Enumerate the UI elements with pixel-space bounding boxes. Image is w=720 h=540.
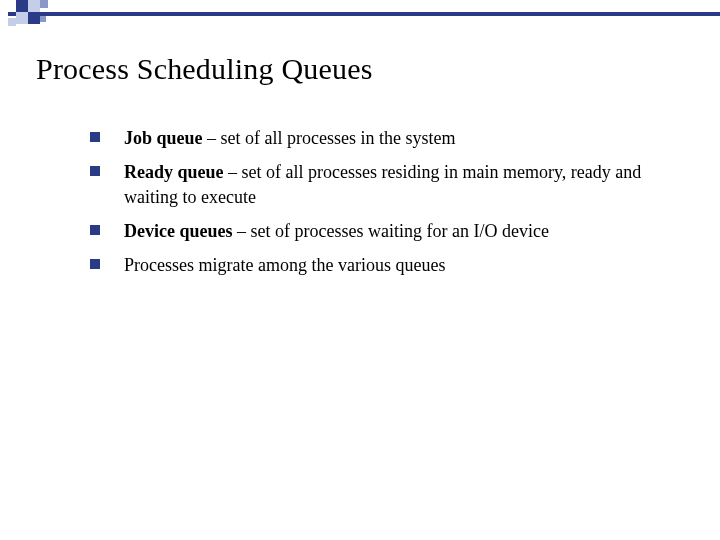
- bullet-term: Ready queue: [124, 162, 224, 182]
- slide: Process Scheduling Queues Job queue – se…: [0, 0, 720, 540]
- bullet-term: Device queues: [124, 221, 232, 241]
- list-item: Ready queue – set of all processes resid…: [90, 160, 660, 209]
- slide-title: Process Scheduling Queues: [36, 52, 373, 86]
- bullet-term: Job queue: [124, 128, 203, 148]
- slide-body: Job queue – set of all processes in the …: [90, 126, 660, 287]
- deco-square-icon: [28, 12, 40, 24]
- bullet-text: – set of processes waiting for an I/O de…: [232, 221, 548, 241]
- bullet-text: – set of all processes in the system: [203, 128, 456, 148]
- header-decoration: [0, 0, 720, 26]
- deco-square-icon: [40, 16, 46, 22]
- deco-square-icon: [16, 12, 28, 24]
- header-rule: [0, 12, 720, 16]
- deco-square-icon: [0, 10, 8, 18]
- list-item: Job queue – set of all processes in the …: [90, 126, 660, 150]
- list-item: Device queues – set of processes waiting…: [90, 219, 660, 243]
- deco-square-icon: [28, 0, 40, 12]
- bullet-list: Job queue – set of all processes in the …: [90, 126, 660, 277]
- deco-square-icon: [8, 18, 16, 26]
- list-item: Processes migrate among the various queu…: [90, 253, 660, 277]
- deco-square-icon: [40, 0, 48, 8]
- bullet-text: Processes migrate among the various queu…: [124, 255, 445, 275]
- deco-square-icon: [16, 0, 28, 12]
